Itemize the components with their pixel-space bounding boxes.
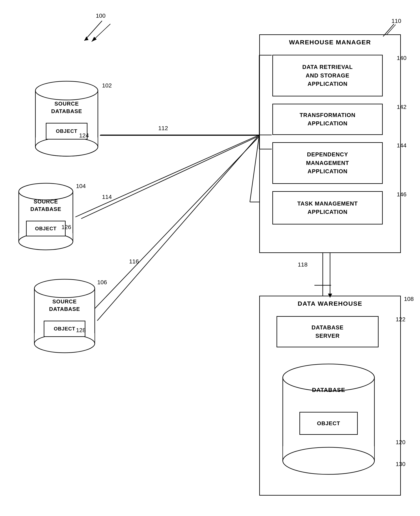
svg-point-26 — [34, 279, 95, 298]
svg-line-11 — [81, 135, 260, 219]
svg-point-28 — [34, 334, 95, 353]
ref-114: 114 — [102, 194, 112, 200]
svg-marker-34 — [84, 37, 89, 41]
data-warehouse-box: DATA WAREHOUSE DATABASESERVER 122 DATABA… — [259, 296, 401, 496]
source-db-2-object-box: OBJECT — [26, 221, 66, 236]
data-retrieval-box: DATA RETRIEVALAND STORAGEAPPLICATION — [272, 55, 383, 97]
ref-108: 108 — [404, 296, 414, 302]
svg-line-45 — [97, 135, 259, 321]
ref-118: 118 — [298, 261, 308, 268]
svg-point-22 — [19, 183, 73, 200]
task-management-label: TASK MANAGEMENTAPPLICATION — [297, 200, 358, 216]
database-server-box: DATABASESERVER — [277, 316, 379, 347]
transformation-box: TRANSFORMATIONAPPLICATION — [272, 104, 383, 135]
svg-point-32 — [283, 447, 375, 474]
ref-144: 144 — [397, 142, 406, 149]
transformation-label: TRANSFORMATIONAPPLICATION — [300, 111, 355, 128]
warehouse-manager-box: WAREHOUSE MANAGER DATA RETRIEVALAND STOR… — [259, 34, 401, 253]
svg-point-17 — [35, 81, 98, 100]
source-database-3: SOURCEDATABASE OBJECT — [32, 277, 97, 356]
source-db-2-object-label: OBJECT — [35, 226, 56, 232]
ref-122: 122 — [396, 316, 405, 323]
ref-102: 102 — [102, 82, 112, 89]
ref-110: 110 — [391, 18, 401, 24]
source-db-1-object-label: OBJECT — [56, 128, 77, 134]
svg-line-12 — [81, 135, 260, 323]
database-server-label: DATABASESERVER — [312, 323, 344, 340]
data-warehouse-label: DATA WAREHOUSE — [260, 300, 400, 307]
ref-116: 116 — [129, 258, 139, 265]
ref-106: 106 — [97, 279, 107, 286]
database-object-label: OBJECT — [317, 420, 340, 427]
source-database-1: SOURCEDATABASE OBJECT — [33, 79, 100, 158]
source-db-3-label: SOURCEDATABASE — [32, 298, 97, 313]
task-management-box: TASK MANAGEMENTAPPLICATION — [272, 191, 383, 224]
ref-124: 124 — [79, 132, 89, 139]
warehouse-manager-label: WAREHOUSE MANAGER — [260, 39, 400, 46]
diagram: 100 110 SOURCEDATABASE OBJECT 102 124 — [0, 0, 420, 516]
svg-line-1 — [92, 24, 110, 42]
data-retrieval-label: DATA RETRIEVALAND STORAGEAPPLICATION — [302, 63, 353, 88]
svg-line-44 — [75, 135, 259, 217]
ref-142: 142 — [397, 104, 406, 110]
source-database-2: SOURCEDATABASE OBJECT — [17, 181, 75, 252]
ref-128: 128 — [76, 327, 86, 334]
source-db-1-label: SOURCEDATABASE — [33, 100, 100, 115]
ref-126: 126 — [61, 224, 71, 231]
svg-line-33 — [84, 21, 102, 41]
dependency-box: DEPENDENCYMANAGEMENTAPPLICATION — [272, 142, 383, 184]
svg-line-42 — [250, 135, 259, 202]
ref-140: 140 — [397, 55, 406, 61]
source-db-3-object-label: OBJECT — [54, 326, 75, 332]
ref-120: 120 — [396, 439, 405, 446]
database-cylinder: DATABASE OBJECT — [281, 363, 376, 478]
ref-146: 146 — [397, 191, 406, 198]
source-db-2-label: SOURCEDATABASE — [17, 198, 75, 213]
ref-100: 100 — [96, 13, 105, 19]
svg-point-20 — [35, 137, 98, 156]
ref-112: 112 — [158, 125, 168, 132]
ref-104: 104 — [76, 183, 86, 189]
database-label: DATABASE — [281, 386, 376, 394]
dependency-label: DEPENDENCYMANAGEMENTAPPLICATION — [306, 150, 349, 176]
database-object-box: OBJECT — [300, 412, 358, 435]
ref-130: 130 — [396, 461, 405, 467]
